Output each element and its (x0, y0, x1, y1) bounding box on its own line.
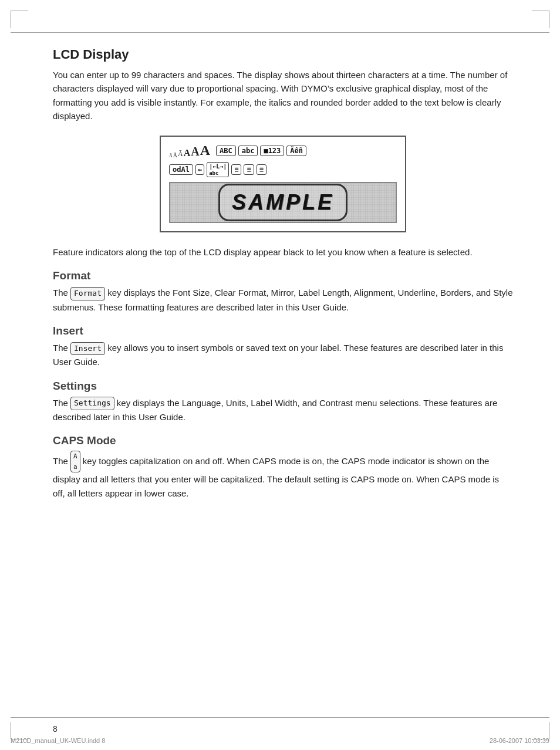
settings-body: The Settings key displays the Language, … (53, 396, 513, 424)
lcd-top-row: Ā Ā Ā A A A ABC abc ■123 Äêñ (169, 143, 397, 158)
caps-key: Aa (70, 451, 80, 472)
lcd-sample-text: SAMPLE (232, 190, 334, 214)
fs2: Ā (173, 152, 177, 158)
format-key: Format (70, 287, 105, 300)
fs6: A (200, 143, 210, 158)
lcd-btn-align-left: ≡ (231, 164, 241, 175)
settings-body-text: key displays the Language, Units, Label … (53, 398, 497, 422)
caps-body-text: key toggles capitalization on and off. W… (53, 456, 499, 498)
format-title: Format (53, 269, 513, 282)
lcd-display-intro: You can enter up to 99 characters and sp… (53, 68, 513, 123)
lcd-btn-abc-lower: abc (238, 146, 258, 156)
page-number: 8 (53, 724, 58, 734)
lcd-display-title: LCD Display (53, 47, 513, 62)
fs5: A (191, 145, 199, 158)
fs1: Ā (169, 153, 173, 158)
caps-title: CAPS Mode (53, 434, 513, 447)
lcd-btn-label-len: |←L→|abc (207, 162, 229, 177)
settings-title: Settings (53, 380, 513, 393)
fs4: A (184, 148, 191, 158)
rule-bottom (11, 717, 549, 718)
insert-body-text: key allows you to insert symbols or save… (53, 343, 503, 367)
lcd-btn-odal: odAl (169, 164, 193, 175)
insert-body: The Insert key allows you to insert symb… (53, 341, 513, 369)
lcd-btn-123: ■123 (260, 146, 284, 156)
lcd-btn-arrow: ⇐ (195, 164, 204, 175)
lcd-feature-note: Feature indicators along the top of the … (53, 245, 513, 259)
caps-body: The Aa key toggles capitalization on and… (53, 451, 513, 500)
corner-mark-tr (532, 11, 549, 28)
insert-title: Insert (53, 325, 513, 337)
fs3: Ā (178, 150, 183, 158)
footer-file: M210D_manual_UK-WEU.indd 8 (11, 737, 105, 744)
format-body-text: key displays the Font Size, Clear Format… (53, 288, 513, 312)
insert-key: Insert (70, 342, 105, 356)
footer-date: 28-06-2007 10:03:39 (490, 737, 549, 744)
lcd-sample-area: SAMPLE (169, 182, 397, 223)
lcd-display-image: Ā Ā Ā A A A ABC abc ■123 Äêñ odAl ⇐ |←L→… (53, 136, 513, 232)
rule-top (11, 32, 549, 33)
lcd-btn-abc-caps: ABC (216, 146, 236, 156)
lcd-btn-align-right: ≡ (257, 164, 266, 175)
lcd-btn-align-center: ≡ (244, 164, 254, 175)
lcd-sample-inner: SAMPLE (218, 184, 348, 221)
settings-key: Settings (70, 397, 114, 410)
format-body: The Format key displays the Font Size, C… (53, 286, 513, 314)
corner-mark-tl (11, 11, 28, 28)
lcd-icon-row: odAl ⇐ |←L→|abc ≡ ≡ ≡ (169, 162, 397, 177)
lcd-font-sizes: Ā Ā Ā A A A (169, 143, 210, 158)
lcd-display-box: Ā Ā Ā A A A ABC abc ■123 Äêñ odAl ⇐ |←L→… (160, 136, 406, 232)
page: LCD Display You can enter up to 99 chara… (0, 0, 560, 750)
lcd-btn-accent: Äêñ (286, 146, 306, 156)
